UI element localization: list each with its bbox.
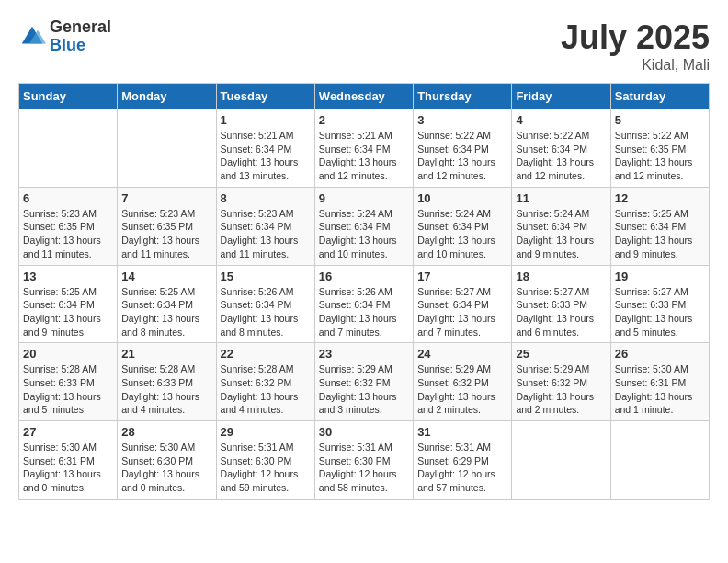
calendar-cell: 10Sunrise: 5:24 AM Sunset: 6:34 PM Dayli… — [414, 187, 512, 265]
day-info: Sunrise: 5:21 AM Sunset: 6:34 PM Dayligh… — [221, 129, 311, 183]
day-number: 12 — [615, 191, 705, 205]
day-number: 10 — [417, 191, 507, 205]
calendar-table: SundayMondayTuesdayWednesdayThursdayFrid… — [18, 83, 710, 500]
day-info: Sunrise: 5:30 AM Sunset: 6:31 PM Dayligh… — [615, 362, 705, 417]
day-number: 15 — [221, 270, 311, 283]
calendar-header-row: SundayMondayTuesdayWednesdayThursdayFrid… — [19, 84, 710, 109]
calendar-cell: 22Sunrise: 5:28 AM Sunset: 6:32 PM Dayli… — [216, 343, 314, 421]
day-number: 2 — [319, 113, 409, 127]
title-area: July 2025 Kidal, Mali — [561, 18, 710, 74]
day-number: 11 — [516, 191, 606, 205]
day-info: Sunrise: 5:26 AM Sunset: 6:34 PM Dayligh… — [221, 285, 311, 339]
month-title: July 2025 — [561, 18, 710, 57]
day-info: Sunrise: 5:30 AM Sunset: 6:31 PM Dayligh… — [23, 441, 113, 495]
day-number: 14 — [121, 270, 211, 283]
calendar-cell: 27Sunrise: 5:30 AM Sunset: 6:31 PM Dayli… — [19, 421, 118, 500]
calendar-cell: 14Sunrise: 5:25 AM Sunset: 6:34 PM Dayli… — [118, 265, 216, 343]
day-header-wednesday: Wednesday — [314, 84, 413, 109]
calendar-cell: 26Sunrise: 5:30 AM Sunset: 6:31 PM Dayli… — [610, 343, 709, 421]
day-info: Sunrise: 5:29 AM Sunset: 6:32 PM Dayligh… — [319, 362, 409, 417]
calendar-cell: 4Sunrise: 5:22 AM Sunset: 6:34 PM Daylig… — [512, 109, 610, 188]
calendar-week-row: 20Sunrise: 5:28 AM Sunset: 6:33 PM Dayli… — [19, 343, 710, 421]
day-info: Sunrise: 5:28 AM Sunset: 6:33 PM Dayligh… — [23, 362, 113, 417]
day-info: Sunrise: 5:23 AM Sunset: 6:35 PM Dayligh… — [121, 207, 211, 261]
logo-general: General — [50, 18, 111, 37]
day-info: Sunrise: 5:31 AM Sunset: 6:30 PM Dayligh… — [319, 441, 409, 495]
day-header-sunday: Sunday — [19, 84, 118, 109]
day-info: Sunrise: 5:24 AM Sunset: 6:34 PM Dayligh… — [516, 207, 606, 261]
calendar-cell: 28Sunrise: 5:30 AM Sunset: 6:30 PM Dayli… — [118, 421, 216, 500]
calendar-cell: 15Sunrise: 5:26 AM Sunset: 6:34 PM Dayli… — [216, 265, 314, 343]
day-header-tuesday: Tuesday — [216, 84, 314, 109]
day-number: 8 — [221, 191, 311, 205]
day-number: 5 — [615, 113, 705, 127]
day-number: 1 — [221, 113, 311, 127]
day-number: 4 — [516, 113, 606, 127]
day-info: Sunrise: 5:21 AM Sunset: 6:34 PM Dayligh… — [319, 129, 409, 183]
day-number: 6 — [23, 191, 113, 205]
logo-text: General Blue — [50, 18, 111, 55]
day-info: Sunrise: 5:29 AM Sunset: 6:32 PM Dayligh… — [516, 362, 606, 417]
day-header-friday: Friday — [512, 84, 610, 109]
calendar-week-row: 1Sunrise: 5:21 AM Sunset: 6:34 PM Daylig… — [19, 109, 710, 188]
day-header-monday: Monday — [118, 84, 216, 109]
calendar-cell: 7Sunrise: 5:23 AM Sunset: 6:35 PM Daylig… — [118, 187, 216, 265]
day-info: Sunrise: 5:25 AM Sunset: 6:34 PM Dayligh… — [121, 285, 211, 339]
day-header-thursday: Thursday — [414, 84, 512, 109]
day-number: 17 — [417, 270, 507, 283]
day-info: Sunrise: 5:27 AM Sunset: 6:33 PM Dayligh… — [516, 285, 606, 339]
calendar-cell: 2Sunrise: 5:21 AM Sunset: 6:34 PM Daylig… — [314, 109, 413, 188]
calendar-cell: 12Sunrise: 5:25 AM Sunset: 6:34 PM Dayli… — [610, 187, 709, 265]
calendar-cell: 19Sunrise: 5:27 AM Sunset: 6:33 PM Dayli… — [610, 265, 709, 343]
calendar-cell: 20Sunrise: 5:28 AM Sunset: 6:33 PM Dayli… — [19, 343, 118, 421]
day-number: 21 — [121, 347, 211, 361]
logo-blue: Blue — [50, 37, 111, 55]
day-info: Sunrise: 5:30 AM Sunset: 6:30 PM Dayligh… — [121, 441, 211, 495]
calendar-cell: 1Sunrise: 5:21 AM Sunset: 6:34 PM Daylig… — [216, 109, 314, 188]
day-info: Sunrise: 5:27 AM Sunset: 6:34 PM Dayligh… — [417, 285, 507, 339]
calendar-cell: 11Sunrise: 5:24 AM Sunset: 6:34 PM Dayli… — [512, 187, 610, 265]
day-number: 23 — [319, 347, 409, 361]
calendar-cell: 25Sunrise: 5:29 AM Sunset: 6:32 PM Dayli… — [512, 343, 610, 421]
day-info: Sunrise: 5:27 AM Sunset: 6:33 PM Dayligh… — [615, 285, 705, 339]
day-info: Sunrise: 5:23 AM Sunset: 6:35 PM Dayligh… — [23, 207, 113, 261]
day-number: 29 — [221, 425, 311, 439]
day-number: 30 — [319, 425, 409, 439]
calendar-cell: 24Sunrise: 5:29 AM Sunset: 6:32 PM Dayli… — [414, 343, 512, 421]
logo-icon — [18, 23, 46, 51]
calendar-cell — [610, 421, 709, 500]
day-number: 24 — [417, 347, 507, 361]
day-number: 28 — [121, 425, 211, 439]
day-info: Sunrise: 5:25 AM Sunset: 6:34 PM Dayligh… — [615, 207, 705, 261]
day-info: Sunrise: 5:31 AM Sunset: 6:30 PM Dayligh… — [221, 441, 311, 495]
calendar-week-row: 13Sunrise: 5:25 AM Sunset: 6:34 PM Dayli… — [19, 265, 710, 343]
calendar-week-row: 6Sunrise: 5:23 AM Sunset: 6:35 PM Daylig… — [19, 187, 710, 265]
day-info: Sunrise: 5:25 AM Sunset: 6:34 PM Dayligh… — [23, 285, 113, 339]
day-info: Sunrise: 5:24 AM Sunset: 6:34 PM Dayligh… — [319, 207, 409, 261]
calendar-cell: 31Sunrise: 5:31 AM Sunset: 6:29 PM Dayli… — [414, 421, 512, 500]
calendar-cell: 23Sunrise: 5:29 AM Sunset: 6:32 PM Dayli… — [314, 343, 413, 421]
day-number: 26 — [615, 347, 705, 361]
day-number: 9 — [319, 191, 409, 205]
day-header-saturday: Saturday — [610, 84, 709, 109]
day-number: 19 — [615, 270, 705, 283]
day-info: Sunrise: 5:28 AM Sunset: 6:33 PM Dayligh… — [121, 362, 211, 417]
day-info: Sunrise: 5:26 AM Sunset: 6:34 PM Dayligh… — [319, 285, 409, 339]
day-number: 31 — [417, 425, 507, 439]
calendar-cell: 6Sunrise: 5:23 AM Sunset: 6:35 PM Daylig… — [19, 187, 118, 265]
day-number: 13 — [23, 270, 113, 283]
day-info: Sunrise: 5:22 AM Sunset: 6:35 PM Dayligh… — [615, 129, 705, 183]
calendar-cell: 9Sunrise: 5:24 AM Sunset: 6:34 PM Daylig… — [314, 187, 413, 265]
day-number: 25 — [516, 347, 606, 361]
day-number: 18 — [516, 270, 606, 283]
calendar-cell: 13Sunrise: 5:25 AM Sunset: 6:34 PM Dayli… — [19, 265, 118, 343]
calendar-cell: 21Sunrise: 5:28 AM Sunset: 6:33 PM Dayli… — [118, 343, 216, 421]
day-number: 27 — [23, 425, 113, 439]
logo: General Blue — [18, 18, 111, 55]
calendar-week-row: 27Sunrise: 5:30 AM Sunset: 6:31 PM Dayli… — [19, 421, 710, 500]
calendar-cell: 18Sunrise: 5:27 AM Sunset: 6:33 PM Dayli… — [512, 265, 610, 343]
day-info: Sunrise: 5:22 AM Sunset: 6:34 PM Dayligh… — [417, 129, 507, 183]
calendar-cell — [19, 109, 118, 188]
calendar-cell: 29Sunrise: 5:31 AM Sunset: 6:30 PM Dayli… — [216, 421, 314, 500]
calendar-cell: 5Sunrise: 5:22 AM Sunset: 6:35 PM Daylig… — [610, 109, 709, 188]
